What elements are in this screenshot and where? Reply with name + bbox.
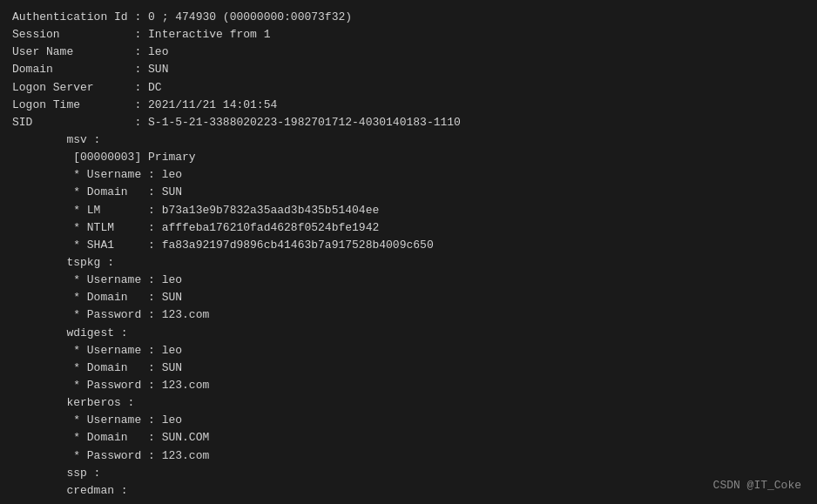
username-line: User Name : leo <box>12 44 805 61</box>
wdigest-username: * Username : leo <box>12 342 805 360</box>
kerberos-password: * Password : 123.com <box>12 447 805 465</box>
msv-header: msv : <box>12 131 805 149</box>
domain-line: Domain : SUN <box>12 61 805 78</box>
wdigest-domain: * Domain : SUN <box>12 360 805 377</box>
auth-id-line: Authentication Id : 0 ; 474930 (00000000… <box>12 9 805 26</box>
tspkg-domain: * Domain : SUN <box>12 289 805 306</box>
logon-time-line: Logon Time : 2021/11/21 14:01:54 <box>12 97 805 114</box>
msv-subheader: [00000003] Primary <box>12 149 805 166</box>
sid-line: SID : S-1-5-21-3388020223-1982701712-403… <box>12 114 805 131</box>
msv-username: * Username : leo <box>12 166 805 184</box>
msv-domain: * Domain : SUN <box>12 184 805 201</box>
logon-server-line: Logon Server : DC <box>12 79 805 97</box>
kerberos-header: kerberos : <box>12 394 805 412</box>
wdigest-header: wdigest : <box>12 325 805 342</box>
kerberos-domain: * Domain : SUN.COM <box>12 429 805 447</box>
ssp-header: ssp : <box>12 465 805 482</box>
credman-header: credman : <box>12 482 805 500</box>
tspkg-header: tspkg : <box>12 254 805 272</box>
kerberos-username: * Username : leo <box>12 412 805 429</box>
tspkg-username: * Username : leo <box>12 272 805 289</box>
terminal-window: Authentication Id : 0 ; 474930 (00000000… <box>0 0 817 504</box>
watermark: CSDN @IT_Coke <box>713 479 801 492</box>
msv-sha1: * SHA1 : fa83a92197d9896cb41463b7a917528… <box>12 237 805 254</box>
msv-lm: * LM : b73a13e9b7832a35aad3b435b51404ee <box>12 202 805 219</box>
tspkg-password: * Password : 123.com <box>12 306 805 324</box>
wdigest-password: * Password : 123.com <box>12 377 805 394</box>
session-line: Session : Interactive from 1 <box>12 26 805 44</box>
msv-ntlm: * NTLM : afffeba176210fad4628f0524bfe194… <box>12 219 805 237</box>
